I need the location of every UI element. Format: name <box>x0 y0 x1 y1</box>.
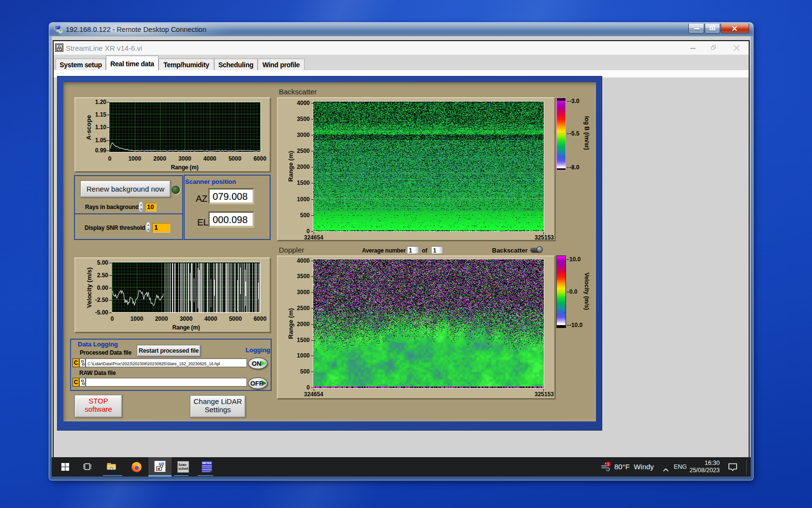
svg-text:1: 1 <box>608 463 609 466</box>
